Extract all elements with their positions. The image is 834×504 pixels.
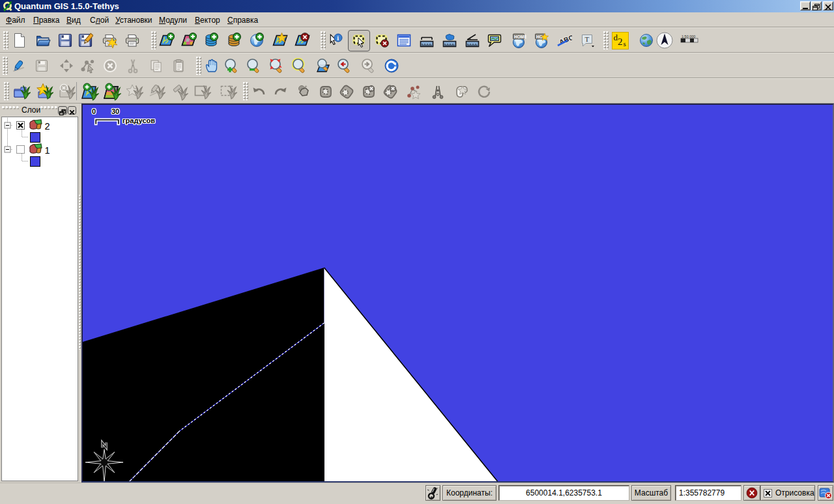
svg-text:s: s [624,40,626,48]
svg-text:T: T [585,35,590,43]
svg-text:HOME: HOME [514,35,526,39]
svg-text:i: i [337,35,339,42]
svg-text:2: 2 [618,36,623,47]
svg-text:1: 1 [45,145,50,156]
svg-text:2: 2 [45,121,50,132]
svg-text:1:50 000: 1:50 000 [682,35,695,38]
